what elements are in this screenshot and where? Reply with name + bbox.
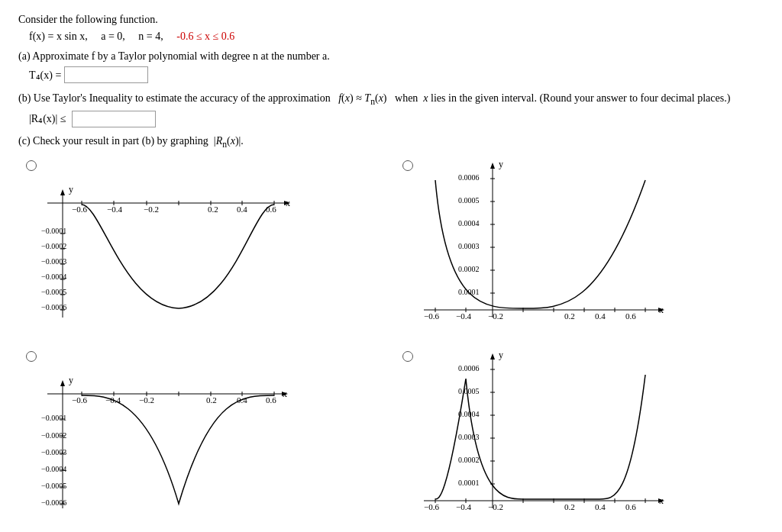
graph1-svg: y x −0.6 −0.4 −0.2 0.2 0.4 0.6 −0.0001 −… (40, 157, 292, 340)
svg-text:y: y (499, 159, 503, 169)
svg-text:0.4: 0.4 (237, 205, 247, 214)
svg-text:0.2: 0.2 (564, 311, 575, 321)
svg-text:0.2: 0.2 (206, 395, 217, 405)
graph1-radio[interactable] (26, 160, 37, 171)
param-a: a = 0, (101, 31, 125, 42)
svg-text:−0.6: −0.6 (424, 502, 439, 511)
graph2-svg: y x 0.0006 0.0005 0.0004 0.0003 0.0002 0… (416, 157, 668, 340)
svg-marker-65 (60, 380, 65, 386)
svg-text:−0.0003: −0.0003 (41, 448, 66, 456)
when-text: when (395, 92, 418, 104)
svg-text:0.0002: 0.0002 (458, 265, 480, 273)
svg-text:0.4: 0.4 (595, 502, 606, 511)
graph4-svg: y x 0.0006 0.0005 0.0004 0.0003 0.0002 0… (416, 348, 668, 531)
svg-text:0.2: 0.2 (208, 205, 218, 214)
svg-text:0.0002: 0.0002 (458, 456, 480, 464)
svg-text:−0.6: −0.6 (72, 395, 87, 405)
svg-text:0.0001: 0.0001 (458, 479, 480, 487)
svg-text:0.6: 0.6 (266, 395, 276, 405)
function-expr: f(x) = x sin x, (29, 31, 88, 42)
svg-text:0.4: 0.4 (595, 311, 606, 321)
consider-text: Consider the following function. (18, 14, 764, 26)
svg-text:−0.2: −0.2 (139, 395, 154, 405)
svg-text:−0.2: −0.2 (488, 502, 503, 511)
graph3-radio[interactable] (26, 351, 37, 362)
svg-text:0.0006: 0.0006 (458, 364, 480, 372)
r4-line: |R₄(x)| ≤ (29, 111, 764, 127)
graph3-container: y x −0.6 −0.4 −0.2 0.2 0.4 0.6 −0.0001 −… (26, 348, 387, 531)
svg-text:0.0006: 0.0006 (458, 173, 480, 182)
svg-text:−0.4: −0.4 (107, 205, 122, 214)
svg-text:−0.2: −0.2 (488, 311, 503, 321)
svg-text:−0.0005: −0.0005 (41, 482, 66, 490)
svg-text:−0.2: −0.2 (144, 205, 159, 214)
graph4-radio[interactable] (402, 351, 413, 362)
svg-text:0.0003: 0.0003 (458, 242, 480, 250)
svg-text:x: x (286, 198, 290, 208)
svg-text:0.0005: 0.0005 (458, 387, 480, 395)
r4-answer-box[interactable] (72, 111, 156, 127)
svg-text:−0.0006: −0.0006 (41, 498, 66, 507)
svg-text:0.0003: 0.0003 (458, 433, 480, 441)
graph2-container: y x 0.0006 0.0005 0.0004 0.0003 0.0002 0… (402, 157, 764, 340)
function-definition: f(x) = x sin x, a = 0, n = 4, -0.6 ≤ x ≤… (29, 31, 764, 43)
part-a-label: (a) Approximate f by a Taylor polynomial… (18, 50, 764, 63)
graph1-container: y x −0.6 −0.4 −0.2 0.2 0.4 0.6 −0.0001 −… (26, 157, 387, 340)
r4-label: |R₄(x)| ≤ (29, 112, 66, 125)
svg-text:y: y (69, 375, 73, 385)
part-b-label: (b) Use Taylor's Inequality to estimate … (18, 92, 764, 107)
svg-text:0.6: 0.6 (266, 205, 276, 214)
graph4-container: y x 0.0006 0.0005 0.0004 0.0003 0.0002 0… (402, 348, 764, 531)
svg-marker-96 (490, 353, 495, 360)
svg-text:0.2: 0.2 (564, 502, 575, 511)
svg-text:x: x (659, 495, 664, 506)
svg-marker-3 (60, 189, 65, 195)
svg-text:y: y (69, 184, 73, 195)
svg-text:0.6: 0.6 (625, 502, 636, 511)
t4-answer-box[interactable] (64, 66, 148, 83)
part-c-label: (c) Check your result in part (b) by gra… (18, 135, 764, 150)
param-range: -0.6 ≤ x ≤ 0.6 (176, 31, 234, 42)
svg-text:0.0004: 0.0004 (458, 219, 480, 227)
svg-text:−0.0004: −0.0004 (41, 465, 66, 473)
svg-text:−0.6: −0.6 (424, 311, 439, 321)
svg-text:x: x (283, 389, 287, 399)
t4-label: T₄(x) = (29, 69, 61, 82)
graph3-svg: y x −0.6 −0.4 −0.2 0.2 0.4 0.6 −0.0001 −… (40, 348, 292, 531)
svg-marker-34 (490, 163, 495, 169)
svg-text:−0.4: −0.4 (456, 311, 471, 321)
svg-text:y: y (499, 350, 503, 360)
svg-text:0.6: 0.6 (625, 311, 636, 321)
graphs-grid: y x −0.6 −0.4 −0.2 0.2 0.4 0.6 −0.0001 −… (26, 157, 764, 531)
svg-text:x: x (659, 305, 664, 315)
param-n: n = 4, (138, 31, 163, 42)
svg-text:−0.4: −0.4 (456, 502, 471, 511)
svg-text:−0.0001: −0.0001 (41, 414, 66, 422)
svg-text:0.0004: 0.0004 (458, 410, 480, 418)
t4-line: T₄(x) = (29, 66, 764, 83)
graph2-radio[interactable] (402, 160, 413, 171)
svg-text:0.0005: 0.0005 (458, 196, 480, 205)
